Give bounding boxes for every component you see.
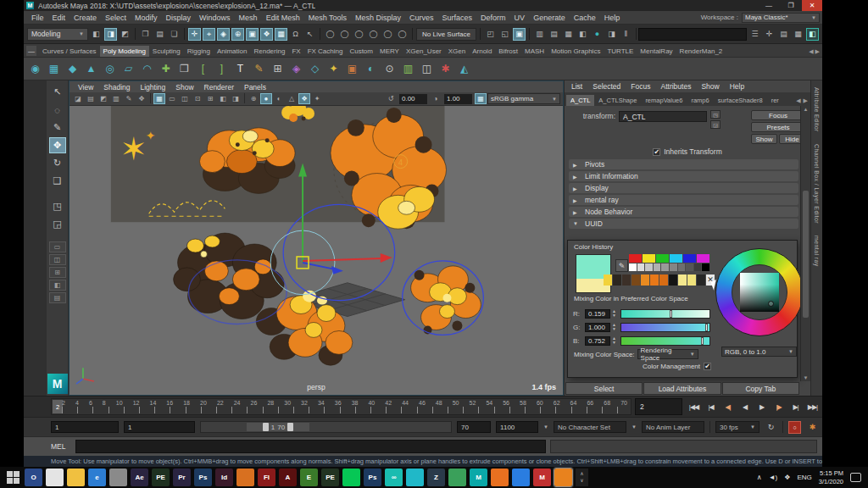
- scroll-down-icon[interactable]: ▼: [801, 375, 810, 380]
- scroll-thumb[interactable]: [803, 191, 809, 318]
- panel-menu-item[interactable]: Renderer: [199, 83, 239, 92]
- status-icon[interactable]: ◯: [353, 28, 365, 41]
- menu-item[interactable]: Help: [600, 14, 625, 22]
- shelf-tab[interactable]: Rigging: [184, 46, 214, 57]
- sidebar-vertical-tab[interactable]: Attribute Editor: [814, 87, 820, 132]
- attribute-scrollbar[interactable]: ▲ ▼: [800, 106, 810, 381]
- taskbar-app-icon[interactable]: A: [279, 469, 297, 486]
- status-icon[interactable]: ◯: [338, 28, 351, 41]
- status-icon[interactable]: ⊕: [231, 28, 244, 41]
- history-swatch[interactable]: [650, 274, 659, 286]
- shelf-tab[interactable]: Poly Modeling: [100, 46, 149, 57]
- shelf-tool-icon[interactable]: ▲: [82, 60, 100, 78]
- taskbar-app-icon[interactable]: Ps: [364, 469, 381, 486]
- shelf-tab[interactable]: Motion Graphics: [548, 46, 604, 57]
- playback-button[interactable]: ◀: [737, 399, 753, 415]
- fps-dropdown[interactable]: 30 fps▼: [715, 421, 760, 433]
- tool-icon[interactable]: ↖: [49, 84, 66, 100]
- command-line-input[interactable]: [75, 440, 546, 453]
- panel-menu-item[interactable]: Show: [170, 83, 198, 92]
- node-tab[interactable]: A_CTLShape: [594, 95, 641, 106]
- shelf-tool-icon[interactable]: ◎: [101, 60, 119, 78]
- status-icon[interactable]: ▦: [562, 28, 575, 41]
- shelf-tab[interactable]: Bifrost: [495, 46, 521, 57]
- menu-item[interactable]: Windows: [195, 14, 235, 22]
- shelf-tool-icon[interactable]: ▦: [45, 60, 63, 78]
- taskbar-app-icon[interactable]: Pr: [173, 469, 191, 486]
- menu-item[interactable]: Create: [70, 14, 101, 22]
- panel-toolbar-icon[interactable]: ◩: [97, 93, 109, 104]
- tab-right-icon[interactable]: ▶: [815, 48, 820, 55]
- section-header[interactable]: ▶ Limit Information: [569, 171, 798, 181]
- palette-swatch[interactable]: [654, 263, 661, 271]
- taskbar-app-icon[interactable]: Ps: [194, 469, 212, 486]
- ae-menu-item[interactable]: Help: [725, 82, 749, 91]
- panel-toolbar-icon[interactable]: ▭: [166, 93, 178, 104]
- status-icon[interactable]: ▤: [153, 28, 166, 41]
- tab-left-icon[interactable]: ◀: [809, 48, 813, 55]
- playback-button[interactable]: |◀: [703, 399, 719, 415]
- palette-swatch[interactable]: [678, 263, 686, 271]
- shelf-tool-icon[interactable]: ✎: [250, 60, 268, 78]
- palette-swatch[interactable]: [661, 263, 669, 271]
- status-icon[interactable]: ◩: [119, 28, 131, 41]
- shelf-tool-icon[interactable]: ◠: [138, 60, 156, 78]
- panel-toolbar-icon[interactable]: ✥: [136, 93, 147, 104]
- footer-button[interactable]: Copy Tab: [722, 382, 799, 395]
- shelf-tab[interactable]: RenderMan_2: [676, 46, 726, 57]
- panel-toolbar-icon[interactable]: ▤: [85, 93, 97, 104]
- maximize-button[interactable]: ❐: [780, 0, 802, 11]
- status-icon[interactable]: ❐: [139, 28, 152, 41]
- ae-menu-item[interactable]: Attributes: [655, 82, 696, 91]
- menu-item[interactable]: Display: [162, 14, 196, 22]
- history-swatch[interactable]: [669, 274, 677, 286]
- shelf-tool-icon[interactable]: ▣: [343, 60, 361, 78]
- character-set-dropdown[interactable]: No Character Set: [554, 421, 626, 433]
- status-icon[interactable]: ❏: [168, 28, 181, 41]
- r-slider[interactable]: [620, 309, 710, 319]
- panel-menu-item[interactable]: View: [73, 83, 98, 92]
- shelf-tool-icon[interactable]: ⊙: [381, 60, 398, 78]
- panel-toolbar-icon[interactable]: [150, 93, 151, 103]
- tool-extra-icon[interactable]: ◲: [49, 216, 66, 232]
- panel-toolbar-icon[interactable]: ⊞: [204, 93, 216, 104]
- status-icon[interactable]: ▦: [275, 28, 287, 41]
- status-icon[interactable]: ◧: [90, 28, 103, 41]
- mixing-space-dropdown[interactable]: Rendering Space▼: [637, 349, 698, 359]
- b-slider[interactable]: [620, 336, 710, 346]
- palette-swatch[interactable]: [629, 254, 642, 263]
- history-swatch[interactable]: [659, 274, 668, 286]
- menu-item[interactable]: Mesh Tools: [304, 14, 351, 22]
- focus-button[interactable]: Focus: [751, 110, 805, 120]
- menu-item[interactable]: Deform: [476, 14, 510, 22]
- range-slider-block[interactable]: 1 70: [247, 423, 309, 431]
- status-icon[interactable]: [480, 28, 481, 40]
- status-icon[interactable]: ◧: [576, 28, 589, 41]
- chevron-down-icon[interactable]: ▼: [543, 424, 548, 430]
- shelf-tab[interactable]: Animation: [214, 46, 251, 57]
- r-spinner[interactable]: ▲▼: [612, 309, 616, 318]
- panel-menu-item[interactable]: Panels: [239, 83, 271, 92]
- gamma-icon[interactable]: ◑: [430, 93, 442, 104]
- taskbar-app-icon[interactable]: M: [470, 469, 487, 486]
- section-header[interactable]: ▼ UUID: [569, 219, 798, 229]
- shelf-tab[interactable]: Custom: [346, 46, 376, 57]
- taskbar-app-icon[interactable]: e: [88, 469, 106, 486]
- footer-button[interactable]: Select: [565, 382, 643, 395]
- shelf-tool-icon[interactable]: ]: [213, 60, 231, 78]
- menu-item[interactable]: UV: [510, 14, 530, 22]
- status-icon[interactable]: ▣: [513, 28, 526, 41]
- status-icon[interactable]: ●: [591, 28, 604, 41]
- status-icon[interactable]: ◰: [484, 28, 497, 41]
- playback-start-field[interactable]: 1: [124, 421, 195, 433]
- shelf-tool-icon[interactable]: ❐: [175, 60, 193, 78]
- saturation-value-square[interactable]: [740, 273, 779, 312]
- section-header[interactable]: ▶ Pivots: [569, 159, 798, 169]
- range-slider-bar[interactable]: 1 70: [200, 421, 452, 433]
- sidebar-toggle-icon[interactable]: ☰: [748, 28, 761, 41]
- palette-swatch[interactable]: [645, 263, 653, 271]
- timeline-ruler[interactable]: 2 24681012141618202224262830323436384042…: [51, 398, 632, 415]
- shelf-tool-icon[interactable]: ◇: [306, 60, 324, 78]
- color-management-icon[interactable]: ▦: [475, 93, 487, 104]
- taskbar-app-icon[interactable]: [67, 469, 85, 486]
